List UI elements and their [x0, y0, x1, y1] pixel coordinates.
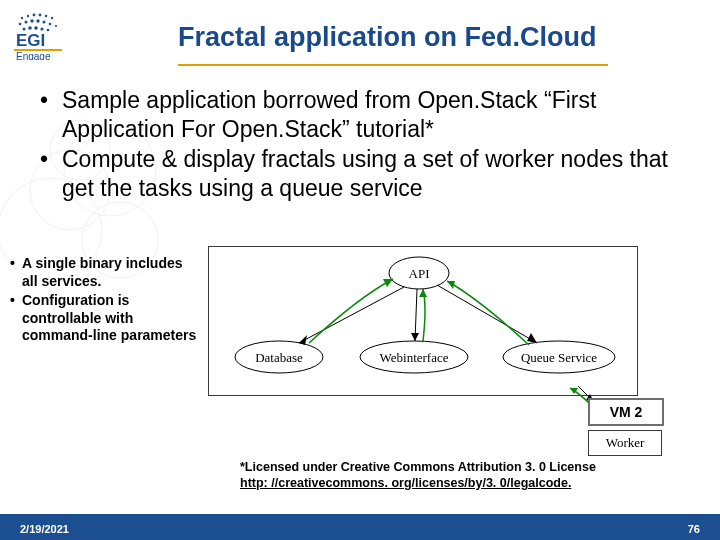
svg-marker-35 — [419, 289, 427, 297]
svg-point-17 — [55, 25, 57, 27]
node-webinterface: Webinterface — [380, 350, 449, 365]
logo-text-top: EGI — [16, 31, 45, 50]
license-link: http: //creativecommons. org/licenses/by… — [240, 476, 596, 492]
svg-marker-31 — [411, 333, 419, 341]
egi-logo: EGI Engage — [14, 10, 92, 64]
footer-page-number: 76 — [688, 523, 700, 535]
node-queue: Queue Service — [521, 350, 597, 365]
architecture-diagram: API Database Webinterface Queue Service — [208, 246, 638, 396]
svg-point-5 — [21, 17, 23, 19]
slide: EGI Engage Fractal application on Fed.Cl… — [0, 0, 720, 540]
footer-bar — [0, 514, 720, 540]
license-footnote: *Licensed under Creative Commons Attribu… — [240, 460, 596, 491]
side-bullet-1: A single binary includes all services. — [22, 255, 200, 290]
slide-title: Fractal application on Fed.Cloud — [178, 22, 700, 53]
main-bullet-2: Compute & display fractals using a set o… — [62, 145, 690, 204]
svg-point-14 — [36, 19, 39, 22]
logo-text-bottom: Engage — [16, 51, 51, 60]
license-line1: *Licensed under Creative Commons Attribu… — [240, 460, 596, 476]
title-underline — [178, 64, 608, 66]
svg-point-6 — [27, 15, 29, 17]
svg-line-32 — [437, 285, 537, 343]
vm2-label: VM 2 — [610, 404, 643, 420]
svg-point-22 — [47, 29, 50, 32]
svg-point-8 — [39, 14, 42, 17]
svg-line-28 — [299, 287, 404, 343]
footer-date: 2/19/2021 — [20, 523, 69, 535]
worker-box: Worker — [588, 430, 662, 456]
svg-point-9 — [45, 15, 47, 17]
svg-point-10 — [51, 17, 53, 19]
side-bullet-list: •A single binary includes all services. … — [10, 255, 200, 347]
svg-point-11 — [19, 23, 22, 26]
worker-label: Worker — [606, 435, 645, 450]
svg-point-16 — [49, 23, 52, 26]
svg-point-15 — [43, 21, 46, 24]
svg-point-7 — [33, 14, 36, 17]
svg-point-19 — [28, 26, 32, 30]
svg-point-20 — [34, 26, 38, 30]
svg-marker-36 — [447, 281, 455, 289]
side-bullet-2: Configuration is controllable with comma… — [22, 292, 200, 345]
svg-point-13 — [30, 19, 33, 22]
node-api: API — [409, 266, 430, 281]
vm2-box: VM 2 — [588, 398, 664, 426]
main-bullet-list: •Sample application borrowed from Open.S… — [40, 86, 690, 204]
main-bullet-1: Sample application borrowed from Open.St… — [62, 86, 690, 145]
node-database: Database — [255, 350, 303, 365]
svg-point-12 — [25, 21, 28, 24]
svg-marker-33 — [527, 333, 537, 343]
